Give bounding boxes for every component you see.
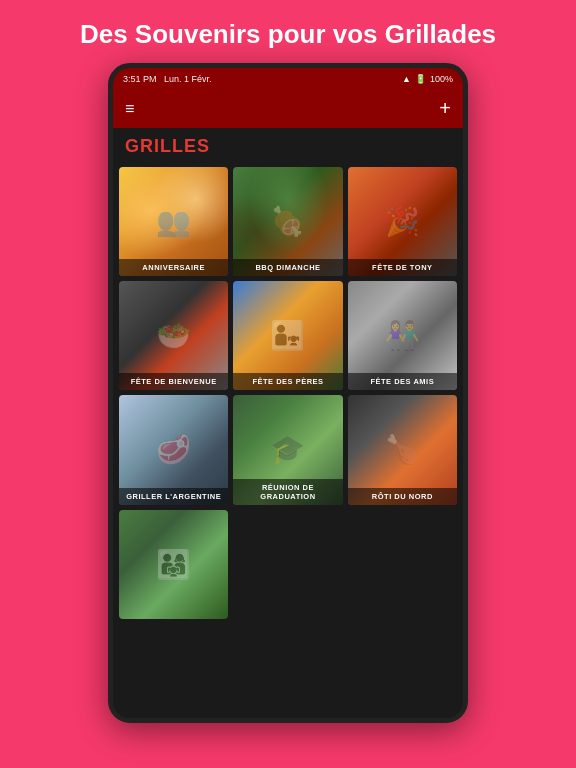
grid-item-2[interactable]: 🍖BBQ DIMANCHE bbox=[233, 167, 342, 276]
status-bar: 3:51 PM Lun. 1 Févr. ▲ 🔋 100% bbox=[113, 68, 463, 90]
grid-item-5[interactable]: 👨‍👧FÊTE DES PÈRES bbox=[233, 281, 342, 390]
top-bar: ≡ + bbox=[113, 90, 463, 128]
page-title-bar: GRILLES bbox=[113, 128, 463, 163]
grid-item-label-7: GRILLER L'ARGENTINE bbox=[119, 488, 228, 505]
grid-item-8[interactable]: 🎓RÉUNION DE GRADUATION bbox=[233, 395, 342, 504]
grid-container[interactable]: 👥ANNIVERSAIRE🍖BBQ DIMANCHE🎉FÊTE DE TONY🥗… bbox=[113, 163, 463, 718]
tablet-frame: 3:51 PM Lun. 1 Févr. ▲ 🔋 100% ≡ + GRILLE… bbox=[108, 63, 468, 723]
grill-grid: 👥ANNIVERSAIRE🍖BBQ DIMANCHE🎉FÊTE DE TONY🥗… bbox=[119, 167, 457, 619]
grid-item-label-1: ANNIVERSAIRE bbox=[119, 259, 228, 276]
hamburger-menu-icon[interactable]: ≡ bbox=[125, 100, 134, 118]
battery-percent: 100% bbox=[430, 74, 453, 84]
grid-item-label-4: FÊTE DE BIENVENUE bbox=[119, 373, 228, 390]
grid-item-9[interactable]: 🍗RÔTI DU NORD bbox=[348, 395, 457, 504]
grid-item-label-5: FÊTE DES PÈRES bbox=[233, 373, 342, 390]
photo-decoration: 👨‍👩‍👧 bbox=[119, 510, 228, 619]
wifi-icon: ▲ bbox=[402, 74, 411, 84]
battery-icon: 🔋 bbox=[415, 74, 426, 84]
grid-item-label-6: FÊTE DES AMIS bbox=[348, 373, 457, 390]
grid-item-7[interactable]: 🥩GRILLER L'ARGENTINE bbox=[119, 395, 228, 504]
status-right: ▲ 🔋 100% bbox=[402, 74, 453, 84]
grid-item-1[interactable]: 👥ANNIVERSAIRE bbox=[119, 167, 228, 276]
grid-item-6[interactable]: 👫FÊTE DES AMIS bbox=[348, 281, 457, 390]
grid-item-label-9: RÔTI DU NORD bbox=[348, 488, 457, 505]
grid-item-label-3: FÊTE DE TONY bbox=[348, 259, 457, 276]
grid-item-label-8: RÉUNION DE GRADUATION bbox=[233, 479, 342, 505]
grid-item-10[interactable]: 👨‍👩‍👧 bbox=[119, 510, 228, 619]
status-time: 3:51 PM Lun. 1 Févr. bbox=[123, 74, 212, 84]
page-headline: Des Souvenirs pour vos Grillades bbox=[60, 0, 516, 63]
grid-item-4[interactable]: 🥗FÊTE DE BIENVENUE bbox=[119, 281, 228, 390]
grid-item-label-2: BBQ DIMANCHE bbox=[233, 259, 342, 276]
add-button[interactable]: + bbox=[439, 97, 451, 120]
page-title: GRILLES bbox=[125, 136, 210, 156]
grid-item-3[interactable]: 🎉FÊTE DE TONY bbox=[348, 167, 457, 276]
